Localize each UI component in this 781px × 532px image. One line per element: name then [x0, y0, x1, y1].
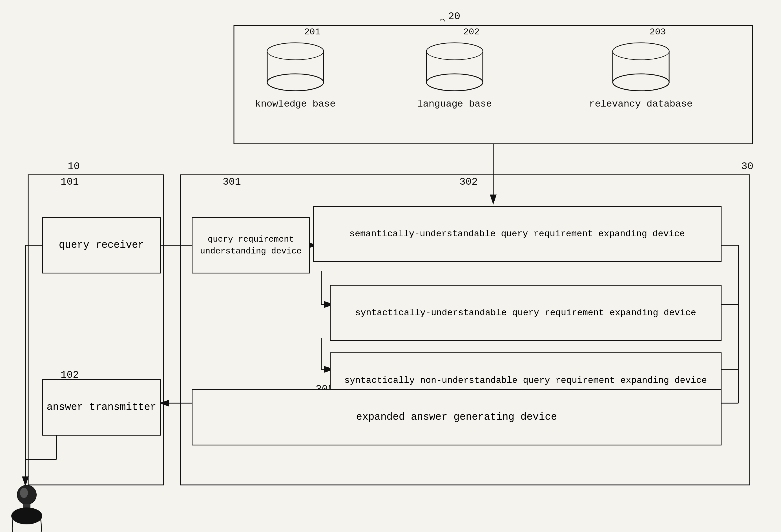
db3-cylinder [610, 40, 672, 96]
ref-20: 20 [448, 11, 460, 22]
box-query-receiver: query receiver [42, 217, 161, 274]
box-semantically-understandable: semantically-understandable query requir… [313, 206, 722, 262]
svg-point-35 [613, 43, 669, 60]
db2-container: 202 language base [417, 30, 492, 109]
ref-201: 201 [304, 27, 321, 37]
svg-point-26 [267, 74, 324, 91]
ref-202: 202 [463, 27, 480, 37]
svg-point-39 [11, 507, 42, 524]
db1-container: 201 knowledge base [255, 30, 336, 109]
ref-302: 302 [459, 176, 478, 188]
box-answer-transmitter: answer transmitter [42, 379, 161, 436]
db1-label: knowledge base [255, 99, 336, 109]
db3-container: 203 relevancy database [589, 30, 693, 109]
box-expanded-answer-generating: expanded answer generating device [192, 389, 722, 445]
svg-point-27 [267, 43, 324, 60]
box-query-requirement-understanding: query requirement understanding device [192, 217, 310, 274]
box-syntactically-understandable: syntactically-understandable query requi… [330, 285, 722, 341]
db2-cylinder [424, 40, 486, 96]
user-figure: User [8, 485, 45, 532]
ref-30: 30 [741, 161, 753, 172]
ref-203: 203 [650, 27, 666, 37]
db2-label: language base [417, 99, 492, 109]
ref-10: 10 [68, 161, 80, 172]
svg-point-34 [613, 74, 669, 91]
svg-point-30 [426, 74, 483, 91]
ref-101: 101 [60, 176, 79, 188]
diagram-container: 20 ⌒ 201 knowledge base 202 language bas… [0, 0, 781, 532]
svg-point-31 [426, 43, 483, 60]
db1-cylinder [264, 40, 326, 96]
db3-label: relevancy database [589, 99, 693, 109]
user-icon [8, 485, 45, 532]
svg-point-37 [20, 488, 28, 498]
ref-301: 301 [223, 176, 241, 188]
ref-20-squiggle: ⌒ [440, 15, 445, 26]
